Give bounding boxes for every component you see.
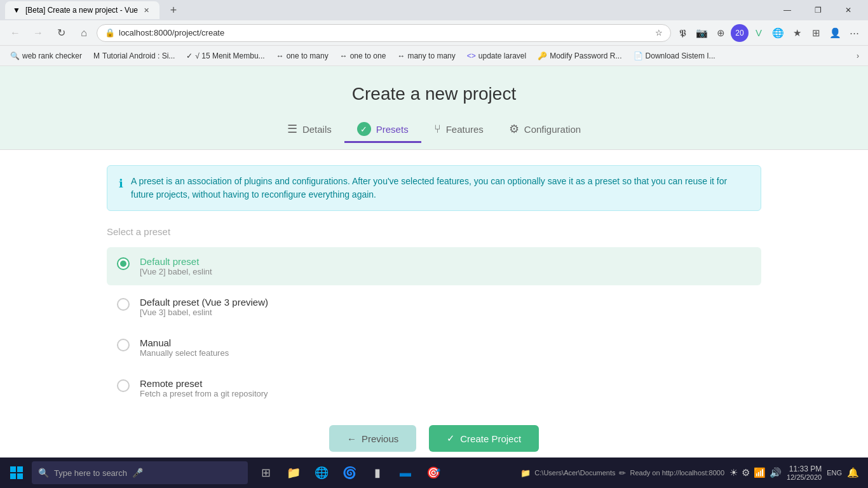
minimize-button[interactable]: — [773,1,802,19]
action-bar: ← Previous ✓ Create Project [107,410,761,464]
preset-option-vue3[interactable]: Default preset (Vue 3 preview) [Vue 3] b… [107,288,761,326]
step-presets[interactable]: ✓ Presets [344,117,421,143]
page-header: Create a new project [0,66,868,104]
bookmarks-more-button[interactable]: › [853,50,863,62]
close-button[interactable]: ✕ [834,1,863,19]
radio-default[interactable] [117,257,130,270]
tab-favicon-icon: ▼ [13,6,22,15]
forward-button[interactable]: → [28,23,48,43]
bookmark-update-laravel[interactable]: <> update laravel [462,50,531,62]
settings-tray-icon[interactable]: ⚙ [742,467,750,478]
bookmark-label-9: Download Sistem I... [646,51,715,60]
taskbar-time: 11:33 PM [787,464,822,473]
create-check-icon: ✓ [447,433,455,444]
preset-title-manual: Manual [140,337,229,348]
bookmark-15menit[interactable]: ✓ √ 15 Menit Membu... [181,50,269,62]
step-features[interactable]: ⑂ Features [421,118,496,143]
taskbar-edge[interactable]: 🌀 [337,460,362,485]
preset-option-remote[interactable]: Remote preset Fetch a preset from a git … [107,369,761,407]
taskbar-task-view[interactable]: ⊞ [253,460,278,485]
pinterest-icon[interactable]: 𝕻 [674,24,691,42]
svg-rect-1 [17,466,23,472]
bookmark-download[interactable]: 📄 Download Sistem I... [628,50,721,62]
bookmarks-bar: 🔍 web rank checker M Tutorial Android : … [0,46,868,66]
bookmark-one-to-one[interactable]: ↔ one to one [335,50,391,62]
taskbar-vscode[interactable]: ▬ [393,460,418,485]
taskbar-terminal[interactable]: ▮ [365,460,390,485]
taskbar-search-placeholder: Type here to search [54,468,127,478]
radio-vue3[interactable] [117,298,130,311]
details-icon: ☰ [287,122,297,136]
bookmark-label-8: Modify Password R... [550,51,621,60]
profile-icon[interactable]: 👤 [826,24,844,42]
taskbar-search-box[interactable]: 🔍 Type here to search 🎤 [32,461,248,484]
title-bar: ▼ [Beta] Create a new project - Vue ✕ + … [0,0,868,20]
browser-tab[interactable]: ▼ [Beta] Create a new project - Vue ✕ [5,1,159,19]
taskbar-chrome[interactable]: 🌐 [309,460,334,485]
settings-icon[interactable]: ⋯ [845,24,863,42]
bookmark-label-2: Tutorial Android : Si... [102,51,175,60]
window-controls: — ❐ ✕ [773,1,863,19]
bookmark-icon-7: <> [467,51,476,60]
taskbar-app-extra[interactable]: 🎯 [421,460,446,485]
vuejs-icon[interactable]: V [750,24,768,42]
preset-option-default[interactable]: Default preset [Vue 2] babel, eslint [107,247,761,285]
preset-info-default: Default preset [Vue 2] babel, eslint [140,256,212,276]
bookmark-label-3: √ 15 Menit Membu... [195,51,264,60]
create-project-button[interactable]: ✓ Create Project [429,425,539,452]
step-configuration[interactable]: ⚙ Configuration [496,117,593,143]
bookmark-one-to-many[interactable]: ↔ one to many [271,50,334,62]
stepper: ☰ Details ✓ Presets ⑂ Features ⚙ Configu… [0,104,868,150]
taskbar-file-explorer[interactable]: 📁 [281,460,306,485]
preset-info-remote: Remote preset Fetch a preset from a git … [140,378,268,398]
back-button[interactable]: ← [5,23,25,43]
network-icon[interactable]: 📶 [754,467,766,478]
bookmark-modify-password[interactable]: 🔑 Modify Password R... [532,50,627,62]
favorites-icon[interactable]: ★ [788,24,806,42]
reload-button[interactable]: ↻ [51,23,71,43]
server-status-text: Ready on http://localhost:8000 [630,469,724,477]
step-presets-label: Presets [376,124,409,135]
star-icon[interactable]: ☆ [655,28,663,37]
preset-option-manual[interactable]: Manual Manually select features [107,329,761,367]
tab-close-icon[interactable]: ✕ [142,5,152,15]
step-details[interactable]: ☰ Details [275,117,344,143]
bookmark-icon-4: ↔ [276,51,284,60]
restore-button[interactable]: ❐ [803,1,832,19]
step-details-label: Details [302,124,332,135]
taskbar-datetime: 11:33 PM 12/25/2020 [787,464,822,481]
address-bar[interactable]: 🔒 localhost:8000/project/create ☆ [97,24,671,42]
bookmark-icon-6: ↔ [397,51,405,60]
collections-icon[interactable]: ⊞ [807,24,825,42]
translate-icon[interactable]: ⊕ [712,24,729,42]
notification-icon[interactable]: 🔔 [847,467,859,478]
step-features-label: Features [446,124,484,135]
camera-icon[interactable]: 📷 [693,24,710,42]
previous-button[interactable]: ← Previous [329,425,416,452]
bookmark-web-rank[interactable]: 🔍 web rank checker [5,50,87,62]
brightness-icon[interactable]: ☀ [729,467,738,478]
radio-manual[interactable] [117,339,130,351]
file-explorer-icon: 📁 [287,466,301,480]
volume-icon[interactable]: 🔊 [770,467,782,478]
radio-remote[interactable] [117,379,130,392]
preset-subtitle-default: [Vue 2] babel, eslint [140,267,212,276]
lang-indicator: ENG [827,469,842,477]
bookmark-icon-1: 🔍 [10,51,20,60]
edit-icon: ✏ [619,468,626,478]
preset-subtitle-remote: Fetch a preset from a git repository [140,389,268,398]
lock-icon: 🔒 [105,28,115,37]
start-button[interactable] [4,460,29,485]
preset-title-remote: Remote preset [140,378,268,389]
folder-path-icon: 📁 [520,468,531,478]
new-tab-button[interactable]: + [165,1,182,19]
extensions-icon[interactable]: 20 [731,24,749,42]
cortana-icon[interactable]: 🎤 [132,468,143,478]
create-label: Create Project [460,433,521,444]
info-banner-text: A preset is an association of plugins an… [131,175,749,201]
bookmark-icon-3: ✓ [186,51,193,60]
home-button[interactable]: ⌂ [74,23,94,43]
bookmark-many-to-many[interactable]: ↔ many to many [392,50,460,62]
edge-icon[interactable]: 🌐 [769,24,787,42]
bookmark-tutorial[interactable]: M Tutorial Android : Si... [88,50,180,62]
